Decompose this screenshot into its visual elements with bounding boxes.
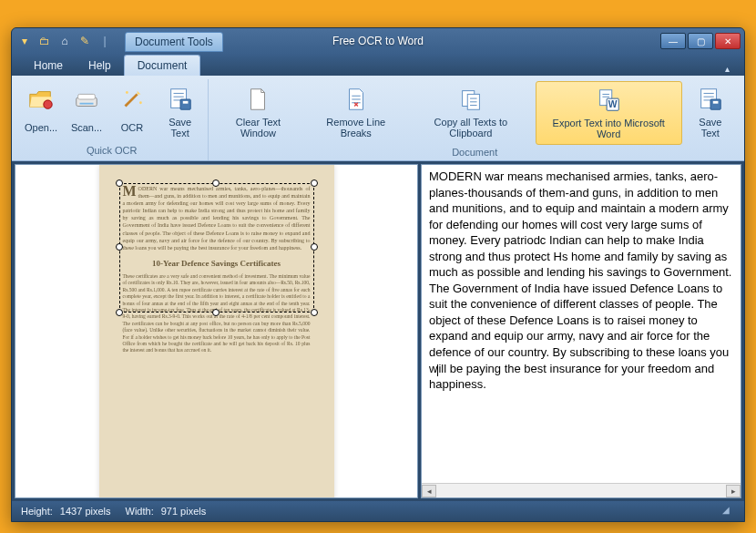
- status-height-value: 1437 pixels: [60, 506, 111, 517]
- menu-icon[interactable]: ▾: [17, 34, 32, 48]
- svg-point-0: [44, 100, 52, 108]
- context-tab-document-tools[interactable]: Document Tools: [125, 32, 223, 52]
- maximize-button[interactable]: ▢: [688, 33, 713, 49]
- blank-page-icon: [243, 85, 272, 114]
- group-title-document: Document: [212, 145, 737, 160]
- svg-rect-2: [78, 94, 96, 99]
- scroll-track[interactable]: [436, 485, 726, 497]
- svg-point-7: [139, 101, 142, 104]
- ocr-button[interactable]: OCR: [110, 81, 154, 143]
- app-window: ▾ 🗀 ⌂ ✎ | Document Tools Free OCR to Wor…: [11, 27, 745, 522]
- minimize-button[interactable]: —: [660, 33, 686, 49]
- tab-help[interactable]: Help: [76, 56, 124, 76]
- close-button[interactable]: ✕: [715, 33, 741, 49]
- scroll-left-icon[interactable]: ◂: [422, 485, 436, 497]
- svg-rect-32: [713, 101, 719, 104]
- export-word-button[interactable]: W Export Text into Microsoft Word: [536, 81, 682, 145]
- svg-rect-31: [710, 99, 720, 109]
- word-icon: W: [594, 86, 623, 115]
- save-icon: [696, 85, 725, 114]
- svg-line-4: [126, 94, 138, 106]
- resize-grip-icon[interactable]: ◢: [722, 505, 735, 518]
- handle-s[interactable]: [212, 309, 220, 316]
- handle-e[interactable]: [311, 243, 318, 251]
- remove-breaks-label: Remove Line Breaks: [312, 116, 401, 139]
- svg-rect-12: [180, 99, 190, 109]
- scan-button[interactable]: Scan...: [65, 81, 108, 143]
- save-text-button-2[interactable]: Save Text: [684, 81, 737, 145]
- handle-ne[interactable]: [311, 179, 318, 187]
- copy-clip-label: Copy all Texts to Clipboard: [414, 116, 528, 139]
- save-text-label-2: Save Text: [690, 116, 731, 139]
- horizontal-scrollbar[interactable]: ◂ ▸: [422, 483, 741, 497]
- handle-n[interactable]: [212, 179, 220, 187]
- save-icon: [166, 85, 195, 114]
- handle-sw[interactable]: [116, 309, 123, 316]
- handle-nw[interactable]: [116, 179, 123, 187]
- svg-rect-3: [80, 103, 94, 105]
- svg-rect-13: [183, 101, 189, 104]
- text-pane: MODERN war means mechanised armies, tank…: [421, 164, 741, 498]
- scanner-icon[interactable]: ⌂: [57, 34, 72, 48]
- clear-text-label: Clear Text Window: [218, 116, 298, 139]
- tab-home[interactable]: Home: [21, 56, 76, 76]
- ribbon-group-quick-ocr: Open... Scan... OCR: [15, 79, 209, 160]
- scanned-page: MODERN war means mechanised armies, tank…: [99, 165, 334, 498]
- quick-access-toolbar: ▾ 🗀 ⌂ ✎ | Document Tools: [12, 32, 229, 51]
- ribbon: Open... Scan... OCR: [12, 76, 744, 161]
- content-area: MODERN war means mechanised armies, tank…: [12, 161, 744, 501]
- divider: |: [97, 34, 112, 48]
- remove-breaks-button[interactable]: Remove Line Breaks: [306, 81, 406, 145]
- ribbon-group-document: Clear Text Window Remove Line Breaks Cop…: [209, 79, 741, 160]
- collapse-ribbon-icon[interactable]: ▴: [720, 62, 735, 76]
- svg-marker-5: [138, 91, 141, 95]
- save-text-button[interactable]: Save Text: [156, 81, 204, 143]
- ocr-text-after: ill be paying the best insurance for you…: [429, 362, 714, 392]
- titlebar: ▾ 🗀 ⌂ ✎ | Document Tools Free OCR to Wor…: [12, 28, 744, 54]
- ribbon-tabs: Home Help Document ▴: [12, 54, 744, 76]
- wand-icon: [117, 85, 147, 114]
- scanner-icon: [72, 85, 101, 114]
- status-width-value: 971 pixels: [161, 506, 207, 517]
- wand-icon[interactable]: ✎: [77, 34, 92, 48]
- scroll-right-icon[interactable]: ▸: [726, 485, 741, 497]
- handle-se[interactable]: [311, 309, 318, 316]
- open-label: Open...: [25, 116, 57, 139]
- copy-clipboard-button[interactable]: Copy all Texts to Clipboard: [408, 81, 534, 145]
- svg-point-6: [126, 91, 128, 94]
- ocr-label: OCR: [121, 116, 143, 139]
- status-height-label: Height:: [21, 506, 53, 517]
- group-title-quick-ocr: Quick OCR: [19, 143, 204, 159]
- folder-open-icon: [26, 85, 56, 114]
- export-word-label: Export Text into Microsoft Word: [542, 117, 676, 140]
- status-width-label: Width:: [126, 506, 154, 517]
- scan-label: Scan...: [71, 116, 102, 139]
- ocr-text-editor[interactable]: MODERN war means mechanised armies, tank…: [422, 165, 741, 483]
- ocr-text-before: MODERN war means mechanised armies, tank…: [429, 169, 731, 375]
- copy-icon: [456, 85, 485, 114]
- image-pane[interactable]: MODERN war means mechanised armies, tank…: [15, 164, 418, 498]
- remove-breaks-icon: [342, 85, 371, 114]
- open-button[interactable]: Open...: [19, 81, 63, 143]
- clear-text-button[interactable]: Clear Text Window: [212, 81, 303, 145]
- ocr-selection-box[interactable]: [119, 183, 314, 313]
- tab-document[interactable]: Document: [124, 55, 201, 76]
- statusbar: Height: 1437 pixels Width: 971 pixels ◢: [12, 501, 744, 521]
- save-text-label: Save Text: [161, 116, 199, 139]
- folder-icon[interactable]: 🗀: [37, 34, 52, 48]
- window-title: Free OCR to Word: [332, 35, 424, 47]
- svg-text:W: W: [608, 99, 618, 109]
- handle-w[interactable]: [116, 243, 123, 251]
